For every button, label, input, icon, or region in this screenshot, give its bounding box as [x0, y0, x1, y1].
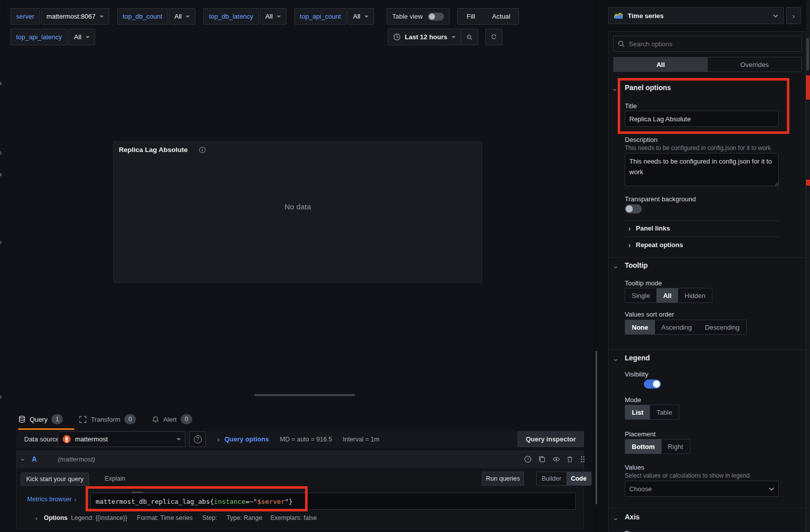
legend-mode-table[interactable]: Table	[650, 405, 679, 419]
placement-bottom[interactable]: Bottom	[625, 439, 661, 453]
sort-descending[interactable]: Descending	[698, 320, 746, 334]
kick-start-query-button[interactable]: Kick start your query	[21, 473, 89, 486]
variable-value-top-api-latency[interactable]: All	[68, 29, 95, 45]
query-expression-input[interactable]: mattermost_db_replica_lag_abs{instance=~…	[90, 493, 576, 510]
datasource-picker[interactable]: mattermost	[58, 431, 185, 447]
datasource-help-button[interactable]: ?	[189, 431, 206, 447]
tooltip-mode-all[interactable]: All	[656, 288, 678, 302]
sidebar-scrollbar-track[interactable]	[806, 0, 810, 532]
search-options-box[interactable]	[613, 36, 802, 52]
transparent-background-toggle[interactable]	[625, 204, 642, 213]
fill-button[interactable]: Fill	[458, 13, 484, 20]
collapse-section-icon[interactable]: ›	[613, 359, 620, 361]
title-field-label: Title	[625, 102, 637, 110]
tooltip-header[interactable]: Tooltip	[625, 261, 648, 269]
section-divider	[609, 508, 806, 508]
delete-query-trash-icon[interactable]	[566, 455, 573, 463]
chevron-down-icon	[452, 36, 456, 38]
collapse-section-icon[interactable]: ›	[613, 266, 620, 269]
table-view-control: Table view	[387, 8, 450, 25]
query-help-icon[interactable]: ?	[524, 455, 532, 463]
edge-fragment: r	[0, 1, 3, 7]
tooltip-mode-single[interactable]: Single	[625, 288, 656, 302]
tooltip-mode-hidden[interactable]: Hidden	[678, 288, 712, 302]
axis-header[interactable]: Axis	[625, 513, 640, 521]
options-chevron-icon[interactable]: ›	[35, 515, 37, 521]
query-inspector-button[interactable]: Query inspector	[518, 431, 584, 447]
legend-header[interactable]: Legend	[625, 354, 650, 362]
options-label[interactable]: Options	[44, 514, 67, 521]
expr-label-name: instance	[214, 498, 246, 505]
collapse-query-icon[interactable]: ›	[20, 459, 27, 461]
builder-code-switch: Builder Code	[536, 472, 592, 486]
filter-tab-all[interactable]: All	[614, 57, 708, 71]
legend-values-select[interactable]: Choose	[625, 481, 779, 497]
grafana-panel-editor: { "icons": { "chevron": "\u203A", "quest…	[0, 0, 810, 532]
zoom-out-button[interactable]	[461, 29, 478, 45]
explain-label: Explain	[105, 475, 125, 482]
placement-right[interactable]: Right	[661, 439, 690, 453]
editor-scrollbar-thumb[interactable]	[596, 351, 597, 504]
query-datasource-hint: (mattermost)	[58, 455, 95, 463]
hide-query-eye-icon[interactable]	[552, 455, 560, 463]
code-mode-button[interactable]: Code	[566, 472, 591, 485]
tab-query[interactable]: Query 1	[18, 414, 63, 424]
options-step-summary: Step:	[202, 514, 217, 521]
panel-description-textarea[interactable]: This needs to be configured in config.js…	[625, 153, 779, 186]
actual-button[interactable]: Actual	[484, 13, 519, 20]
question-circle-icon: ?	[194, 435, 202, 443]
chevron-down-icon	[186, 16, 190, 18]
variable-value-top-db-latency[interactable]: All	[260, 8, 286, 25]
sort-none[interactable]: None	[625, 320, 655, 334]
tab-alert[interactable]: Alert 0	[152, 414, 192, 424]
panel-title-input[interactable]	[625, 111, 779, 127]
sidebar-scrollbar-thumb[interactable]	[806, 38, 809, 70]
chevron-down-icon	[100, 16, 104, 18]
panel-options-header[interactable]: Panel options	[625, 84, 671, 92]
edge-fragment: b	[0, 239, 3, 245]
splitter-handle[interactable]	[254, 394, 355, 396]
variable-value-server[interactable]: mattermost:8067	[41, 8, 109, 25]
panel-links-section[interactable]: › Panel links	[628, 224, 670, 232]
drag-handle-icon[interactable]	[580, 455, 585, 463]
repeat-options-section[interactable]: › Repeat options	[628, 241, 683, 249]
database-icon	[18, 415, 26, 423]
variable-value-top-db-count[interactable]: All	[169, 8, 195, 25]
legend-mode-list[interactable]: List	[625, 405, 650, 419]
filter-tab-overrides[interactable]: Overrides	[708, 57, 802, 71]
legend-values-help: Select values or calculations to show in…	[625, 472, 750, 479]
chevron-down-icon	[86, 36, 90, 38]
chevron-down-icon	[773, 14, 778, 18]
sort-ascending[interactable]: Ascending	[655, 320, 699, 334]
builder-mode-button[interactable]: Builder	[537, 475, 566, 482]
run-queries-button[interactable]: Run queries	[482, 472, 524, 486]
collapse-section-icon[interactable]: ›	[612, 89, 619, 91]
refresh-icon[interactable]	[485, 29, 502, 45]
search-options-input[interactable]	[629, 40, 797, 48]
viz-panel-header[interactable]: Replica Lag Absolute	[114, 142, 482, 158]
collapse-options-pane-button[interactable]: ›	[786, 7, 801, 24]
variable-value-top-api-count[interactable]: All	[347, 8, 374, 25]
visualization-picker[interactable]: Time series	[608, 7, 784, 24]
legend-mode-label: Mode	[625, 396, 641, 404]
info-icon[interactable]	[199, 146, 206, 154]
query-row-header[interactable]: › A (mattermost) ?	[17, 451, 583, 468]
transform-count-badge: 0	[124, 414, 136, 424]
query-options-link[interactable]: Query options	[225, 435, 269, 443]
metrics-browser-link[interactable]: Metrics browser›	[27, 496, 77, 503]
query-ref-id: A	[32, 455, 37, 463]
duplicate-query-icon[interactable]	[538, 455, 546, 463]
expr-variable: $server	[257, 498, 285, 505]
chevron-down-icon	[364, 16, 369, 18]
edge-fragment: o	[0, 394, 3, 400]
divider	[625, 220, 779, 221]
time-controls: Last 12 hours	[388, 29, 502, 45]
legend-placement-label: Placement	[625, 430, 655, 438]
chevron-right-icon[interactable]: ›	[217, 435, 219, 443]
table-view-toggle[interactable]	[428, 13, 444, 21]
time-range-picker[interactable]: Last 12 hours	[388, 29, 461, 45]
collapse-section-icon[interactable]: ›	[613, 518, 620, 520]
legend-visibility-toggle[interactable]	[644, 379, 661, 389]
tab-transform[interactable]: Transform 0	[79, 414, 136, 424]
values-sort-order-label: Values sort order	[625, 311, 674, 318]
